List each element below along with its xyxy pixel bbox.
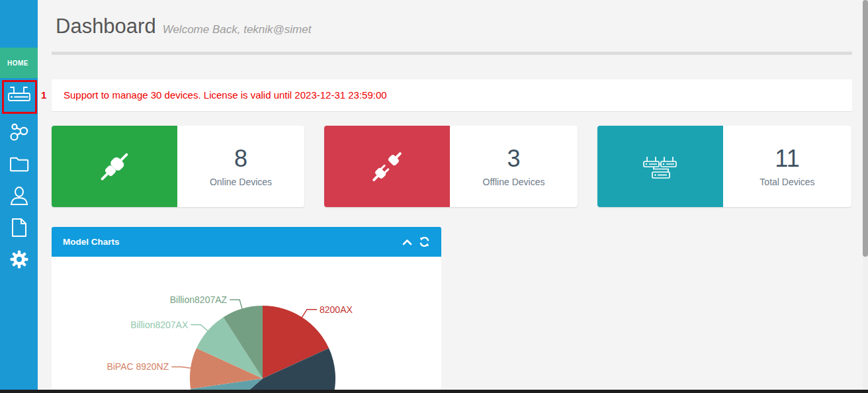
share-nodes-icon: [9, 122, 29, 145]
pie-label-line: [230, 300, 242, 309]
online-devices-stat: 8 Online Devices: [177, 126, 304, 207]
pie-slice-label: BiPAC 8920NZ: [107, 361, 169, 372]
plug-connected-icon: [52, 126, 177, 207]
license-alert-text: Support to manage 30 devices. License is…: [52, 79, 852, 111]
file-icon: [11, 218, 28, 240]
gear-icon: [9, 249, 29, 272]
online-devices-card: 8 Online Devices: [52, 126, 304, 207]
online-devices-label: Online Devices: [210, 177, 272, 187]
sidebar-item-settings[interactable]: [0, 245, 38, 277]
pie-slice-label: Billion8207AZ: [170, 294, 228, 305]
total-devices-stat: 11 Total Devices: [723, 126, 851, 207]
annotation-label-1: 1: [41, 89, 46, 101]
header-divider: [52, 52, 852, 55]
model-charts-title: Model Charts: [52, 237, 402, 247]
pie-label-line: [171, 367, 191, 368]
offline-devices-card: 3 Offline Devices: [324, 126, 578, 207]
offline-devices-label: Offline Devices: [483, 177, 545, 187]
sidebar-item-users[interactable]: [0, 181, 38, 213]
folder-icon: [9, 156, 29, 175]
total-devices-card: 11 Total Devices: [597, 126, 851, 207]
network-devices-icon: [597, 126, 723, 207]
online-devices-count: 8: [234, 146, 247, 172]
annotation-box-1: [2, 80, 37, 114]
vertical-scrollbar: [863, 0, 868, 393]
sidebar-item-files[interactable]: [0, 150, 38, 181]
total-devices-count: 11: [775, 146, 799, 172]
refresh-icon[interactable]: [419, 237, 429, 247]
pie-label-line: [302, 310, 317, 318]
license-alert: Support to manage 30 devices. License is…: [52, 79, 852, 111]
user-icon: [10, 186, 28, 208]
dashboard-page: HOME: [0, 0, 868, 393]
scrollbar-thumb[interactable]: [863, 0, 868, 257]
sidebar-nav: [0, 118, 38, 277]
sidebar-logo-space: [0, 0, 38, 48]
sidebar-item-home[interactable]: HOME: [0, 48, 38, 78]
page-header: Dashboard Welcome Back, teknik@simet: [56, 15, 311, 38]
sidebar-item-reports[interactable]: [0, 213, 38, 245]
model-pie-chart: 8200AXBiPAC 8920NZBillion8207AXBillion82…: [52, 257, 441, 390]
model-charts-panel-body: 8200AXBiPAC 8920NZBillion8207AXBillion82…: [52, 257, 441, 390]
offline-devices-stat: 3 Offline Devices: [450, 126, 578, 207]
panel-tools: [402, 237, 441, 247]
sidebar: HOME: [0, 0, 38, 390]
plug-disconnected-icon: [324, 126, 450, 207]
window-bottom-edge: [0, 390, 868, 393]
pie-slice-label: 8200AX: [320, 304, 353, 315]
page-subtitle: Welcome Back, teknik@simet: [163, 23, 312, 36]
collapse-up-icon[interactable]: [402, 239, 412, 245]
offline-devices-count: 3: [507, 146, 520, 172]
pie-label-line: [191, 325, 208, 331]
pie-slice-label: Billion8207AX: [130, 320, 189, 330]
home-label: HOME: [7, 60, 28, 67]
sidebar-item-topology[interactable]: [0, 118, 38, 150]
page-title: Dashboard: [56, 15, 156, 38]
total-devices-label: Total Devices: [760, 177, 814, 187]
model-charts-panel-header: Model Charts: [52, 227, 441, 257]
